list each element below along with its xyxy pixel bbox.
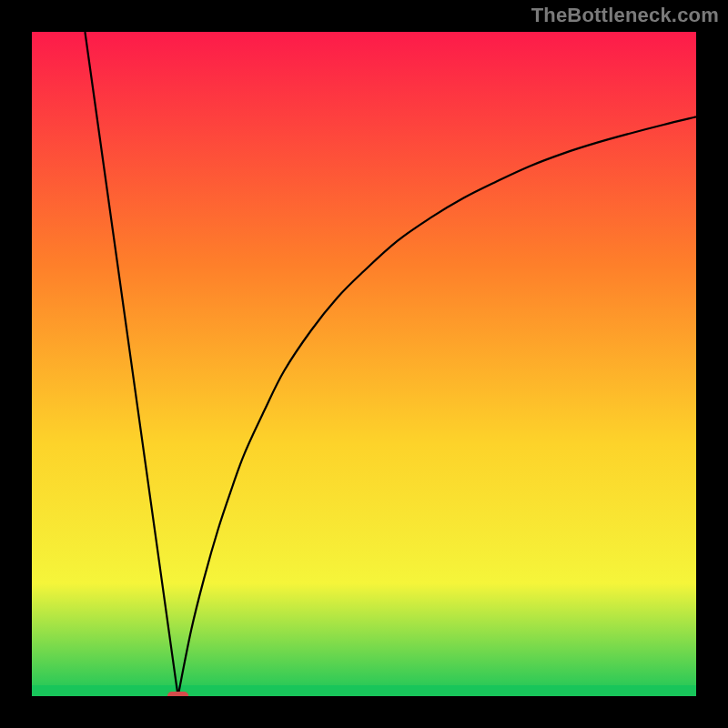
- watermark-text: TheBottleneck.com: [531, 4, 719, 27]
- chart-stage: TheBottleneck.com: [0, 0, 728, 728]
- chart-svg: [0, 0, 728, 728]
- bottom-green-strip: [32, 685, 696, 696]
